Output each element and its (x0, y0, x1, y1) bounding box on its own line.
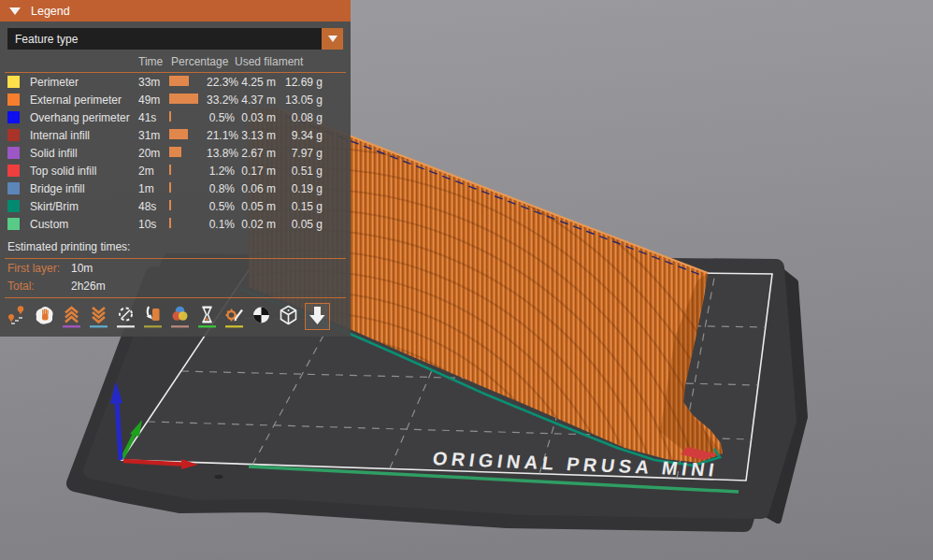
feature-length: 2.67 m (235, 147, 276, 160)
feature-length: 3.13 m (235, 129, 276, 142)
feature-length: 4.37 m (235, 93, 276, 107)
options-toolbar (0, 298, 351, 337)
feature-weight: 0.19 g (276, 182, 323, 195)
pause-prints-icon[interactable] (196, 304, 218, 329)
total-time-value: 2h26m (71, 280, 106, 293)
feature-row: Top solid infill 2m 1.2% 0.17 m 0.51 g (0, 162, 351, 179)
feature-percent: 0.1% (207, 218, 235, 231)
feature-length: 0.03 m (235, 111, 276, 124)
view-type-dropdown-button[interactable] (322, 28, 343, 50)
feature-percent: 21.1% (207, 129, 235, 142)
feature-rows: Perimeter 33m 22.3% 4.25 m 12.69 g Exter… (0, 73, 351, 233)
first-layer-value: 10m (71, 262, 93, 275)
feature-swatch (7, 129, 20, 141)
feature-time: 49m (138, 93, 169, 107)
seams-icon[interactable] (115, 304, 136, 329)
feature-label: Internal infill (30, 129, 138, 142)
feature-label: External perimeter (30, 93, 138, 107)
feature-weight: 12.69 g (276, 76, 323, 89)
legend-header[interactable]: Legend (0, 0, 351, 22)
retractions-icon[interactable] (61, 304, 82, 329)
view-type-value: Feature type (7, 28, 322, 50)
feature-label: Top solid infill (30, 165, 138, 178)
estimated-times-title: Estimated printing times: (0, 233, 351, 255)
feature-time: 2m (138, 165, 169, 178)
percent-bar (169, 200, 171, 210)
feature-row: Skirt/Brim 48s 0.5% 0.05 m 0.15 g (0, 197, 351, 215)
feature-swatch (7, 147, 20, 159)
feature-label: Perimeter (30, 76, 138, 89)
feature-percent: 0.8% (207, 182, 235, 195)
percent-bar (169, 76, 189, 86)
feature-label: Overhang perimeter (30, 111, 138, 124)
center-of-gravity-icon[interactable] (251, 304, 272, 329)
feature-percent: 22.3% (207, 76, 235, 89)
feature-time: 41s (138, 111, 169, 124)
feature-swatch (7, 165, 20, 177)
wipe-icon[interactable] (34, 304, 55, 329)
feature-time: 48s (138, 200, 169, 213)
percent-bar (169, 165, 171, 175)
feature-row: Solid infill 20m 13.8% 2.67 m 7.97 g (0, 144, 351, 162)
column-header-used-filament: Used filament (235, 55, 323, 68)
feature-label: Solid infill (30, 147, 138, 160)
feature-length: 0.05 m (235, 200, 276, 213)
feature-weight: 7.97 g (276, 147, 323, 160)
color-changes-icon[interactable] (169, 304, 191, 329)
percent-bar (169, 147, 181, 157)
feature-time: 33m (138, 76, 169, 89)
feature-weight: 9.34 g (276, 129, 323, 142)
column-header-time: Time (138, 55, 169, 68)
collapse-triangle-icon[interactable] (9, 7, 21, 15)
percent-bar (169, 111, 171, 122)
feature-length: 0.17 m (235, 165, 276, 178)
bed-screw-hole (215, 475, 223, 479)
chevron-down-icon (328, 36, 337, 42)
legend-column-headers: Time Percentage Used filament (0, 53, 351, 69)
gcode-viewer-window: ORIGINAL PRUSA MINI Legend Feature type … (0, 0, 933, 560)
percent-bar (169, 129, 188, 139)
legend-panel: Legend Feature type Time Percentage Used… (0, 0, 351, 337)
feature-swatch (7, 182, 20, 194)
feature-swatch (7, 218, 20, 230)
percent-bar (169, 182, 171, 193)
feature-row: Internal infill 31m 21.1% 3.13 m 9.34 g (0, 126, 351, 144)
first-layer-label: First layer: (7, 262, 71, 275)
feature-percent: 0.5% (207, 111, 235, 124)
feature-swatch (7, 93, 20, 106)
toggle-legend-icon[interactable] (305, 303, 330, 330)
feature-swatch (7, 111, 20, 123)
feature-length: 0.06 m (235, 182, 276, 195)
feature-weight: 13.05 g (276, 93, 323, 107)
feature-time: 31m (138, 129, 169, 142)
feature-weight: 0.08 g (276, 111, 323, 124)
total-time-label: Total: (7, 280, 71, 293)
feature-length: 0.02 m (235, 218, 276, 231)
feature-row: Perimeter 33m 22.3% 4.25 m 12.69 g (0, 73, 351, 91)
feature-percent: 13.8% (207, 147, 235, 160)
feature-weight: 0.51 g (276, 165, 323, 178)
feature-percent: 33.2% (207, 93, 235, 107)
first-layer-row: First layer: 10m (0, 259, 351, 277)
feature-row: Bridge infill 1m 0.8% 0.06 m 0.19 g (0, 179, 351, 197)
feature-percent: 1.2% (207, 165, 235, 178)
feature-time: 1m (138, 182, 169, 195)
feature-row: External perimeter 49m 33.2% 4.37 m 13.0… (0, 91, 351, 108)
feature-weight: 0.15 g (276, 200, 323, 213)
feature-label: Skirt/Brim (30, 200, 138, 213)
percent-bar (169, 93, 198, 104)
feature-time: 20m (138, 147, 169, 160)
feature-swatch (7, 76, 20, 88)
column-header-percentage: Percentage (169, 55, 235, 68)
custom-gcodes-icon[interactable] (223, 304, 245, 329)
travels-icon[interactable] (7, 304, 28, 329)
feature-label: Bridge infill (30, 182, 138, 195)
percent-bar (169, 218, 171, 228)
legend-title: Legend (31, 5, 70, 18)
deretractions-icon[interactable] (88, 304, 109, 329)
shells-icon[interactable] (278, 304, 299, 329)
total-time-row: Total: 2h26m (0, 277, 351, 294)
tool-changes-icon[interactable] (142, 304, 164, 329)
feature-swatch (7, 200, 20, 212)
view-type-dropdown[interactable]: Feature type (7, 28, 343, 50)
